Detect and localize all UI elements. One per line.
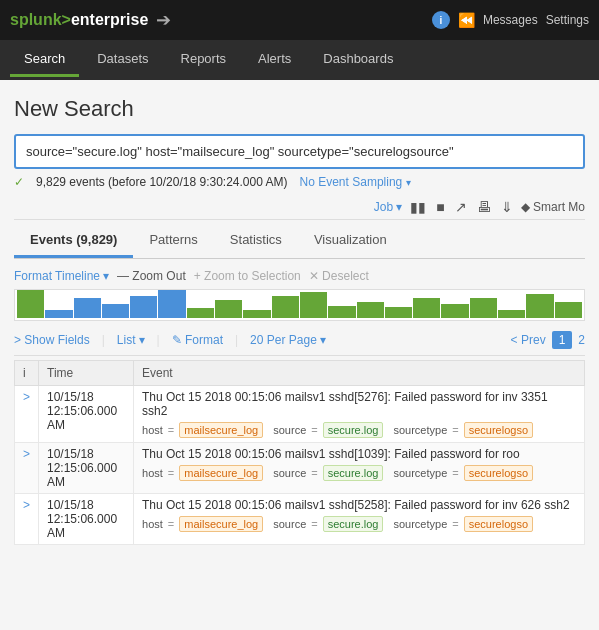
separator-2: | [157, 333, 160, 347]
nav-tab-dashboards[interactable]: Dashboards [309, 43, 407, 77]
tag-value[interactable]: securelogso [464, 465, 533, 481]
tag-label: source [273, 518, 306, 530]
tag-equals: = [452, 467, 458, 479]
smart-mode-button[interactable]: ◆ Smart Mo [521, 200, 585, 214]
job-button[interactable]: Job ▾ [374, 200, 402, 214]
timeline-bar [102, 304, 129, 318]
tag-equals: = [452, 424, 458, 436]
no-event-sampling-button[interactable]: No Event Sampling ▾ [300, 175, 411, 189]
nav-tab-search[interactable]: Search [10, 43, 79, 77]
toolbar: Job ▾ ▮▮ ■ ↗ 🖶 ⇓ ◆ Smart Mo [14, 195, 585, 220]
nav-tab-reports[interactable]: Reports [167, 43, 241, 77]
timeline-bar [357, 302, 384, 318]
timeline-bar [470, 298, 497, 318]
search-input[interactable] [14, 134, 585, 169]
logo-splunk: splunk> [10, 11, 71, 28]
row-expand-button[interactable]: > [15, 386, 39, 443]
pagination: < Prev 1 2 [511, 331, 585, 349]
tag-value[interactable]: securelogso [464, 516, 533, 532]
format-button[interactable]: ✎ Format [172, 333, 223, 347]
tab-visualization[interactable]: Visualization [298, 224, 403, 258]
timeline-bar [187, 308, 214, 318]
tab-patterns[interactable]: Patterns [133, 224, 213, 258]
tag-label: host [142, 518, 163, 530]
nav-tab-alerts[interactable]: Alerts [244, 43, 305, 77]
tag-value[interactable]: secure.log [323, 422, 384, 438]
timeline-bar [498, 310, 525, 318]
page-content: New Search ✓ 9,829 events (before 10/20/… [0, 80, 599, 553]
tag-label: sourcetype [393, 467, 447, 479]
timeline-bar [17, 290, 44, 318]
logo-arrow-icon: ➔ [156, 9, 171, 31]
current-page: 1 [552, 331, 573, 349]
tag-value[interactable]: securelogso [464, 422, 533, 438]
tab-statistics[interactable]: Statistics [214, 224, 298, 258]
logo-text: splunk>enterprise [10, 11, 148, 29]
results-table: i Time Event >10/15/18 12:15:06.000 AMTh… [14, 360, 585, 545]
row-expand-button[interactable]: > [15, 494, 39, 545]
tag-equals: = [168, 424, 174, 436]
event-tags: host = mailsecure_logsource = secure.log… [142, 465, 576, 481]
tag-equals: = [311, 467, 317, 479]
row-expand-button[interactable]: > [15, 443, 39, 494]
zoom-to-selection-button[interactable]: + Zoom to Selection [194, 269, 301, 283]
col-header-i: i [15, 361, 39, 386]
timeline-bar [385, 307, 412, 318]
status-check-icon: ✓ [14, 175, 24, 189]
event-text: Thu Oct 15 2018 00:15:06 mailsv1 sshd[10… [142, 447, 576, 461]
nav-tab-datasets[interactable]: Datasets [83, 43, 162, 77]
deselect-button[interactable]: ✕ Deselect [309, 269, 369, 283]
timeline-bar [74, 298, 101, 318]
share-icon[interactable]: ↗ [455, 199, 467, 215]
top-right-nav: i ⏪ Messages Settings [432, 11, 589, 29]
tag-label: sourcetype [393, 424, 447, 436]
next-page-button[interactable]: 2 [578, 333, 585, 347]
event-time: 10/15/18 12:15:06.000 AM [39, 386, 134, 443]
zoom-out-button[interactable]: — Zoom Out [117, 269, 186, 283]
event-tags: host = mailsecure_logsource = secure.log… [142, 422, 576, 438]
separator-3: | [235, 333, 238, 347]
table-row: >10/15/18 12:15:06.000 AMThu Oct 15 2018… [15, 386, 585, 443]
list-button[interactable]: List ▾ [117, 333, 145, 347]
event-time: 10/15/18 12:15:06.000 AM [39, 443, 134, 494]
fields-toolbar: > Show Fields | List ▾ | ✎ Format | 20 P… [14, 327, 585, 356]
table-row: >10/15/18 12:15:06.000 AMThu Oct 15 2018… [15, 494, 585, 545]
logo-enterprise: enterprise [71, 11, 148, 28]
print-icon[interactable]: 🖶 [477, 199, 491, 215]
tag-value[interactable]: mailsecure_log [179, 516, 263, 532]
tab-events[interactable]: Events (9,829) [14, 224, 133, 258]
per-page-button[interactable]: 20 Per Page ▾ [250, 333, 326, 347]
separator-1: | [102, 333, 105, 347]
messages-button[interactable]: Messages [483, 13, 538, 27]
tag-value[interactable]: mailsecure_log [179, 465, 263, 481]
toolbar-icons: ▮▮ ■ ↗ 🖶 ⇓ [410, 199, 512, 215]
event-time: 10/15/18 12:15:06.000 AM [39, 494, 134, 545]
tag-label: source [273, 424, 306, 436]
timeline-bar [555, 302, 582, 318]
tag-label: source [273, 467, 306, 479]
page-title: New Search [14, 96, 585, 122]
activity-icon: ⏪ [458, 12, 475, 28]
pause-icon[interactable]: ▮▮ [410, 199, 426, 215]
timeline-bar [526, 294, 553, 318]
tag-value[interactable]: secure.log [323, 516, 384, 532]
timeline-chart [14, 289, 585, 321]
timeline-bar [130, 296, 157, 318]
tag-equals: = [452, 518, 458, 530]
format-timeline-button[interactable]: Format Timeline ▾ [14, 269, 109, 283]
tag-value[interactable]: secure.log [323, 465, 384, 481]
prev-page-button[interactable]: < Prev [511, 333, 546, 347]
tag-value[interactable]: mailsecure_log [179, 422, 263, 438]
stop-icon[interactable]: ■ [436, 199, 444, 215]
timeline-bar [243, 310, 270, 318]
timeline-bar [441, 304, 468, 318]
info-icon[interactable]: i [432, 11, 450, 29]
timeline-bar [215, 300, 242, 318]
settings-button[interactable]: Settings [546, 13, 589, 27]
table-row: >10/15/18 12:15:06.000 AMThu Oct 15 2018… [15, 443, 585, 494]
download-icon[interactable]: ⇓ [501, 199, 513, 215]
col-header-event: Event [134, 361, 585, 386]
col-header-time: Time [39, 361, 134, 386]
show-fields-button[interactable]: > Show Fields [14, 333, 90, 347]
timeline-bar [300, 292, 327, 318]
